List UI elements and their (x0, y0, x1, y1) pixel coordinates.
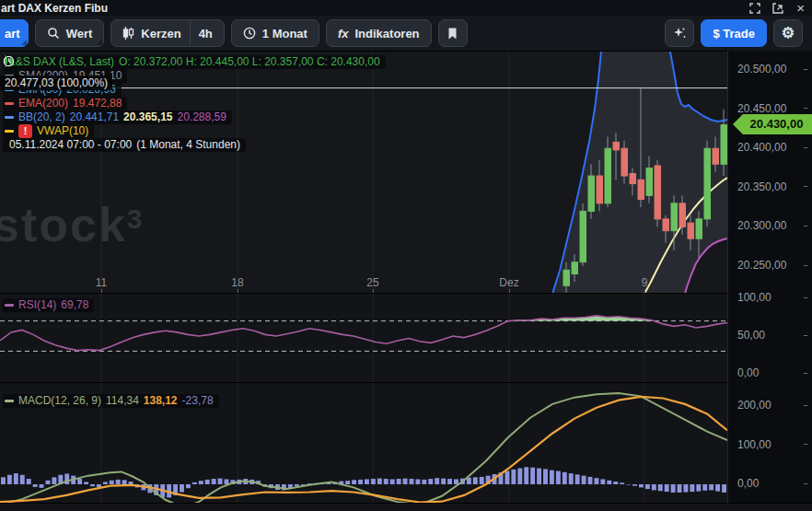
bb-dash-icon (5, 116, 14, 119)
chart-widget-window: art DAX Kerzen Fibu × art Wert (0, 0, 812, 511)
vwap-dash-icon (5, 130, 14, 133)
candle-up (563, 270, 570, 285)
rsi-dash-icon (5, 304, 14, 307)
chart-button[interactable]: art (0, 19, 29, 47)
x-axis-label: 18 (231, 276, 243, 289)
axis-label: 0,00 (728, 476, 812, 491)
axis-label: 20.350,00 (728, 180, 812, 194)
legend-vwap[interactable]: ! VWAP(10) (3, 124, 94, 138)
price-axis[interactable]: 20.430,00 20.500,0020.450,0020.400,0020.… (727, 51, 812, 503)
x-axis-tick (644, 289, 645, 293)
candle-down (630, 173, 636, 183)
axis-label: 20.500,00 (728, 62, 812, 76)
legend-time-range: 05.11.2024 07:00 - 07:00 (1 Monat, 4 Stu… (3, 138, 246, 152)
macd-legend[interactable]: MACD(12, 26, 9) 114,34 138,12 -23,78 (3, 394, 219, 408)
time-axis-strip[interactable] (0, 503, 812, 511)
popout-icon[interactable] (772, 3, 784, 14)
axis-label: 20.300,00 (728, 218, 812, 233)
candle-down (597, 176, 603, 203)
axis-label: 20.250,00 (728, 258, 812, 273)
clock-icon (243, 27, 256, 40)
candle-up (605, 148, 611, 203)
x-axis-tick (509, 289, 510, 293)
chart-legend: L&S DAX (L&S, Last) O: 20.372,00 H: 20.4… (3, 55, 386, 152)
candle-down (713, 148, 719, 164)
macd-dash-icon (5, 400, 14, 402)
axis-label: 50,00 (728, 328, 812, 343)
bookmark-button[interactable] (438, 19, 468, 47)
titlebar: art DAX Kerzen Fibu × (0, 0, 812, 16)
candle-up (696, 219, 702, 238)
sparkle-icon (672, 26, 687, 41)
rsi-legend[interactable]: RSI(14) 69,78 (3, 298, 94, 312)
candle-down (621, 148, 628, 176)
interval-button[interactable]: 4h (199, 27, 213, 41)
range-button[interactable]: 1 Monat (231, 19, 319, 47)
axis-label: 20.450,00 (728, 101, 812, 116)
fullscreen-icon[interactable] (749, 3, 760, 14)
trade-button[interactable]: $ Trade (701, 19, 767, 47)
candle-up (588, 176, 595, 211)
x-axis-tick (238, 289, 238, 293)
candle-up (721, 125, 727, 165)
legend-ema200[interactable]: EMA(200) 19.472,88 (3, 97, 127, 110)
candle-up (704, 148, 711, 219)
macd-pane[interactable]: MACD(12, 26, 9) 114,34 138,12 -23,78 (0, 382, 727, 503)
candle-down (613, 142, 620, 150)
candle-down (638, 180, 644, 199)
indicators-button[interactable]: fx Indikatoren (326, 19, 432, 47)
chart-type-button[interactable]: Kerzen (141, 27, 180, 41)
bookmark-icon (447, 28, 458, 40)
last-price-tag: 20.430,00 (741, 114, 812, 134)
candle-down (663, 219, 669, 231)
candle-up (646, 168, 653, 196)
stock3-watermark: stock3 (0, 197, 143, 252)
candle-down (688, 223, 694, 238)
legend-bollinger[interactable]: BB(20, 2) 20.441,71 20.365,15 20.288,59 (3, 110, 232, 124)
fx-icon: fx (338, 27, 349, 41)
ema200-dash-icon (5, 102, 14, 105)
axis-label: 100,00 (728, 437, 812, 452)
ai-sparkle-button[interactable] (665, 19, 694, 47)
close-icon[interactable]: × (796, 3, 805, 14)
x-axis-label: 25 (366, 276, 378, 289)
legend-instrument[interactable]: L&S DAX (L&S, Last) O: 20.372,00 H: 20.4… (3, 55, 386, 69)
instrument-ohlc: O: 20.372,00 H: 20.445,00 L: 20.357,00 C… (119, 55, 380, 69)
x-axis-label: 11 (96, 276, 107, 289)
chart-type-interval-group: Kerzen 4h (110, 19, 225, 47)
search-icon (47, 27, 60, 40)
x-axis-label: 9 (642, 276, 648, 289)
fib-level-label: 20.477,03 (100,00%) (0, 75, 112, 90)
toolbar: art Wert Kerzen 4h 1 Monat (0, 16, 812, 51)
candle-up (572, 262, 578, 274)
symbol-search-button[interactable]: Wert (35, 19, 105, 47)
axis-label: 0,00 (728, 366, 812, 380)
candle-down (655, 166, 661, 219)
candle-down (679, 203, 686, 227)
x-axis-tick (101, 289, 102, 293)
rsi-pane[interactable]: RSI(14) 69,78 (0, 293, 727, 382)
axis-label: 20.400,00 (728, 140, 812, 155)
warning-icon: ! (18, 124, 32, 138)
price-chart-pane[interactable]: stock3 20.477,03 (100,00%) L&S DAX (L&S,… (0, 51, 727, 293)
window-title: art DAX Kerzen Fibu (0, 2, 108, 15)
rsi-chart[interactable] (0, 294, 727, 382)
settings-button[interactable]: ⚙ (773, 19, 803, 47)
candlestick-icon (122, 27, 134, 41)
gear-icon: ⚙ (782, 26, 795, 41)
axis-label: 100,00 (728, 290, 812, 305)
candle-up (671, 203, 678, 231)
axis-label: 200,00 (728, 398, 812, 412)
candle-up (580, 211, 586, 261)
x-axis-label: Dez (499, 276, 518, 289)
instrument-name: L&S DAX (L&S, Last) (9, 55, 114, 69)
x-axis-tick (373, 289, 374, 293)
